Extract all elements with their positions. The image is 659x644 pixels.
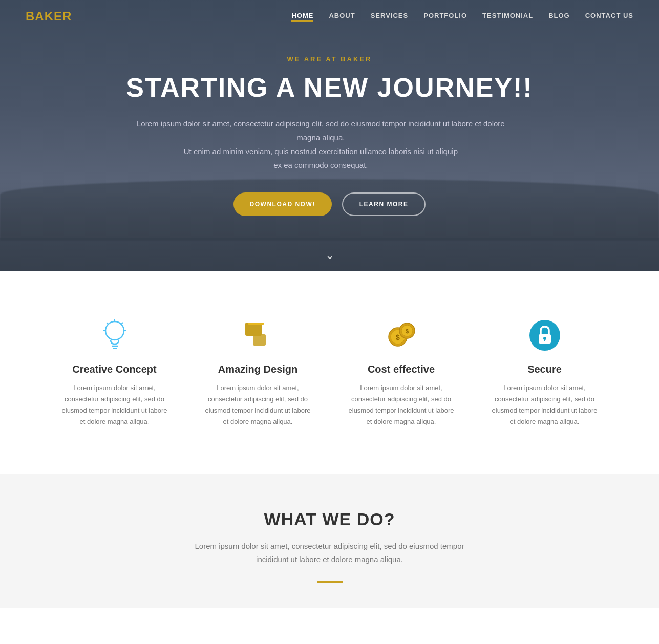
feature-creative-concept-desc: Lorem ipsum dolor sit amet, consectetur … [58,382,171,427]
hero-section: WE ARE AT BAKER STARTING A NEW JOURNEY!!… [0,0,659,271]
hero-subtitle: WE ARE AT BAKER [126,55,533,63]
nav-portfolio[interactable]: PORTFOLIO [423,12,467,22]
feature-cost-effective-title: Cost effective [345,363,458,375]
nav-contact[interactable]: CONTACT US [585,12,633,22]
what-we-do-section: WHAT WE DO? Lorem ipsum dolor sit amet, … [0,474,659,608]
what-we-do-title: WHAT WE DO? [20,509,639,529]
coins-icon: $ $ [384,317,419,353]
svg-line-7 [121,323,123,324]
features-grid: Creative Concept Lorem ipsum dolor sit a… [48,307,611,438]
svg-line-6 [107,323,108,324]
svg-rect-9 [248,323,264,325]
svg-rect-10 [253,334,266,346]
logo-ker: KER [45,9,72,23]
svg-text:$: $ [405,328,408,334]
lightbulb-icon [97,317,133,353]
feature-amazing-design-title: Amazing Design [202,363,314,375]
feature-secure: Secure Lorem ipsum dolor sit amet, conse… [478,307,611,438]
feature-amazing-design: Amazing Design Lorem ipsum dolor sit ame… [192,307,325,438]
hero-buttons: DOWNLOAD NOW! LEARN MORE [126,192,533,216]
feature-amazing-design-desc: Lorem ipsum dolor sit amet, consectetur … [202,382,314,427]
what-we-do-description: Lorem ipsum dolor sit amet, consectetur … [186,540,473,566]
feature-secure-title: Secure [488,363,601,375]
feature-cost-effective: $ $ Cost effective Lorem ipsum dolor sit… [335,307,468,438]
download-button[interactable]: DOWNLOAD NOW! [233,192,332,216]
main-nav: HOME ABOUT SERVICES PORTFOLIO TESTIMONIA… [291,12,633,22]
nav-home[interactable]: HOME [291,12,313,22]
nav-blog[interactable]: BLOG [548,12,570,22]
nav-about[interactable]: ABOUT [329,12,355,22]
learn-more-button[interactable]: LEARN MORE [342,192,426,216]
svg-point-0 [105,321,124,340]
feature-creative-concept: Creative Concept Lorem ipsum dolor sit a… [48,307,181,438]
feature-creative-concept-title: Creative Concept [58,363,171,375]
svg-text:$: $ [396,333,400,341]
feature-secure-desc: Lorem ipsum dolor sit amet, consectetur … [488,382,601,427]
section-underline [317,581,343,583]
features-section: Creative Concept Lorem ipsum dolor sit a… [0,271,659,474]
design-icon [240,317,276,353]
svg-point-19 [543,337,546,340]
hero-description: Lorem ipsum dolor sit amet, consectetur … [126,117,515,172]
logo[interactable]: BAKER [26,9,72,24]
lock-icon [527,317,563,353]
nav-testimonial[interactable]: TESTIMONIAL [482,12,533,22]
header: BAKER HOME ABOUT SERVICES PORTFOLIO TEST… [0,0,659,33]
logo-ba: BA [26,9,45,23]
hero-content: WE ARE AT BAKER STARTING A NEW JOURNEY!!… [126,55,533,216]
nav-services[interactable]: SERVICES [371,12,409,22]
hero-title: STARTING A NEW JOURNEY!! [126,73,533,102]
scroll-down-indicator[interactable]: ⌄ [325,249,334,262]
feature-cost-effective-desc: Lorem ipsum dolor sit amet, consectetur … [345,382,458,427]
